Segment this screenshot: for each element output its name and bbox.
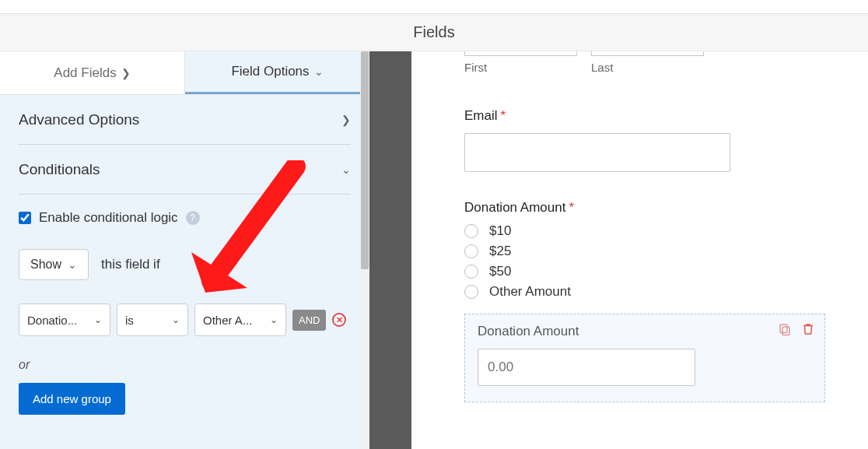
or-separator: or	[19, 358, 351, 372]
rule-operator-value: is	[125, 314, 134, 327]
email-input[interactable]	[464, 133, 730, 172]
donation-amount-input[interactable]	[478, 349, 695, 386]
enable-conditional-checkbox[interactable]	[19, 212, 31, 224]
sidebar: Add Fields ❯ Field Options ⌄ Advanced Op…	[0, 51, 369, 449]
section-conditionals[interactable]: Conditionals ⌄	[19, 145, 351, 195]
radio-icon	[464, 224, 478, 238]
tab-add-fields-label: Add Fields	[54, 65, 116, 81]
first-name-input[interactable]	[464, 51, 577, 56]
enable-conditional-row: Enable conditional logic ?	[19, 195, 351, 226]
email-label: Email	[464, 108, 498, 124]
sidebar-tabs: Add Fields ❯ Field Options ⌄	[0, 51, 369, 95]
builder-header: Fields	[0, 14, 868, 51]
chevron-down-icon: ⌄	[314, 65, 324, 78]
donation-label: Donation Amount	[464, 200, 565, 216]
selected-field-panel[interactable]: Donation Amount	[464, 314, 825, 402]
tab-field-options[interactable]: Field Options ⌄	[185, 51, 369, 94]
form-preview: First Last Email * Donation Amount * $10…	[411, 51, 868, 449]
scrollbar-track[interactable]	[360, 51, 369, 449]
required-indicator: *	[501, 108, 506, 124]
tab-field-options-label: Field Options	[231, 64, 309, 79]
rule-operator-select[interactable]: is⌄	[117, 303, 188, 336]
chevron-down-icon: ⌄	[341, 163, 351, 176]
options-panel: Advanced Options ❯ Conditionals ⌄ Enable…	[0, 95, 369, 449]
svg-rect-1	[782, 327, 789, 335]
email-field[interactable]: Email *	[464, 108, 868, 172]
required-indicator: *	[569, 200, 574, 216]
donation-option[interactable]: $25	[464, 244, 868, 259]
section-advanced-options[interactable]: Advanced Options ❯	[19, 95, 351, 145]
builder-header-title: Fields	[413, 23, 454, 41]
add-and-button[interactable]: AND	[292, 310, 326, 331]
selected-field-title: Donation Amount	[478, 324, 812, 339]
svg-rect-0	[780, 324, 787, 333]
show-hide-row: Show ⌄ this field if	[19, 249, 351, 280]
tab-add-fields[interactable]: Add Fields ❯	[0, 51, 185, 94]
enable-conditional-label: Enable conditional logic	[39, 210, 178, 226]
radio-icon	[464, 244, 478, 258]
radio-icon	[464, 265, 478, 279]
chevron-down-icon: ⌄	[172, 314, 180, 325]
chevron-down-icon: ⌄	[68, 258, 77, 271]
chevron-down-icon: ⌄	[270, 314, 278, 325]
delete-rule-icon[interactable]: ✕	[332, 313, 346, 327]
last-name-sublabel: Last	[591, 61, 704, 74]
donation-option[interactable]: Other Amount	[464, 284, 868, 300]
top-strip	[0, 0, 868, 14]
chevron-down-icon: ⌄	[94, 314, 102, 325]
duplicate-icon[interactable]	[778, 322, 792, 336]
divider-column	[369, 51, 411, 449]
donation-option-label: $50	[489, 264, 511, 279]
conditional-rule-row: Donatio...⌄ is⌄ Other A...⌄ AND ✕	[19, 303, 351, 336]
scrollbar-thumb[interactable]	[361, 51, 369, 269]
chevron-right-icon: ❯	[341, 114, 351, 126]
first-name-sublabel: First	[464, 61, 577, 74]
donation-option-label: Other Amount	[489, 284, 571, 300]
donation-option[interactable]: $10	[464, 223, 868, 239]
trash-icon[interactable]	[801, 322, 815, 336]
donation-options: $10 $25 $50 Other Amount	[464, 223, 868, 300]
chevron-right-icon: ❯	[121, 67, 131, 79]
main-layout: Add Fields ❯ Field Options ⌄ Advanced Op…	[0, 51, 868, 449]
donation-option[interactable]: $50	[464, 264, 868, 279]
section-advanced-label: Advanced Options	[19, 111, 139, 128]
rule-field-select[interactable]: Donatio...⌄	[19, 303, 110, 336]
help-icon[interactable]: ?	[186, 211, 200, 225]
donation-field[interactable]: Donation Amount * $10 $25 $50 Other Amou…	[464, 200, 868, 300]
section-conditionals-label: Conditionals	[19, 161, 100, 178]
show-hide-value: Show	[30, 258, 61, 272]
add-new-group-button[interactable]: Add new group	[19, 383, 125, 415]
rule-value-select[interactable]: Other A...⌄	[194, 303, 286, 336]
rule-value-text: Other A...	[203, 314, 252, 327]
show-hide-suffix: this field if	[101, 257, 160, 272]
name-field-group: First Last	[464, 51, 868, 74]
last-name-input[interactable]	[591, 51, 704, 56]
rule-field-value: Donatio...	[27, 314, 77, 327]
radio-icon	[464, 285, 478, 299]
donation-option-label: $25	[489, 244, 511, 259]
show-hide-select[interactable]: Show ⌄	[19, 249, 89, 280]
donation-option-label: $10	[489, 223, 511, 239]
